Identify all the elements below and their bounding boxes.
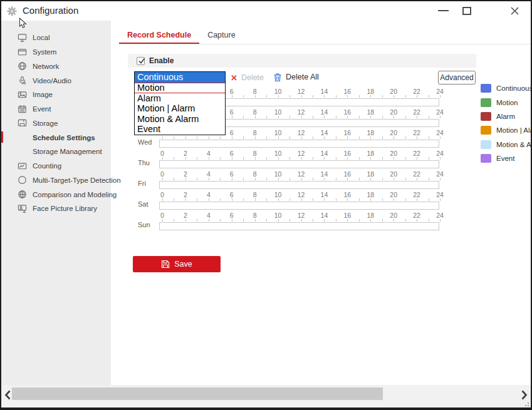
calendar-icon <box>18 105 28 114</box>
timeline-bar[interactable] <box>159 181 439 189</box>
close-button[interactable] <box>504 1 525 20</box>
sidebar-item-label: Video/Audio <box>33 77 71 85</box>
counting-chart-icon <box>18 161 28 171</box>
hour-label: 6 <box>225 150 239 157</box>
dropdown-option-continuous[interactable]: Continuous <box>135 72 225 83</box>
gear-icon <box>6 6 18 17</box>
hour-label: 6 <box>225 212 239 219</box>
sidebar-item-network[interactable]: Network <box>1 59 111 74</box>
delete-x-icon: ✕ <box>231 73 237 83</box>
tab-record-schedule[interactable]: Record Schedule <box>119 28 199 44</box>
resize-grip[interactable] <box>523 400 529 406</box>
legend-swatch <box>481 126 491 135</box>
tab-divider <box>119 44 532 44</box>
hour-label: 8 <box>248 108 262 116</box>
dropdown-option-motion[interactable]: Motion <box>135 83 225 93</box>
timeline-bar[interactable] <box>159 140 439 148</box>
hour-label: 20 <box>387 212 400 219</box>
hour-label: 22 <box>410 191 424 198</box>
horizontal-scrollbar <box>1 385 531 407</box>
advanced-button[interactable]: Advanced <box>438 71 476 85</box>
timeline-bar[interactable] <box>159 222 439 230</box>
hour-label: 14 <box>317 212 331 219</box>
hour-label: 18 <box>363 170 377 178</box>
save-label: Save <box>174 260 192 269</box>
scroll-left-arrow-icon[interactable] <box>3 388 13 402</box>
trash-icon <box>273 73 282 82</box>
hour-label: 10 <box>271 170 285 178</box>
hour-label: 8 <box>248 150 262 157</box>
hour-ticks <box>162 198 441 201</box>
save-button[interactable]: Save <box>133 256 221 272</box>
sidebar-item-face-picture-library[interactable]: Face Picture Library <box>1 202 111 216</box>
sidebar-item-image[interactable]: Image <box>1 88 111 102</box>
sidebar-item-schedule-settings[interactable]: Schedule Settings <box>1 130 111 145</box>
hour-label: 20 <box>387 170 400 178</box>
delete-all-button[interactable]: Delete All <box>273 71 319 83</box>
system-window-icon <box>18 48 28 57</box>
timeline-bar[interactable] <box>159 202 439 210</box>
image-icon <box>18 90 28 100</box>
dropdown-option-motion-alarm[interactable]: Motion | Alarm <box>135 103 225 114</box>
schedule-row-thu: Thu024681012141618202224 <box>133 150 484 170</box>
enable-checkbox[interactable] <box>137 57 145 65</box>
hour-label: 20 <box>387 129 400 136</box>
scrollbar-thumb[interactable] <box>12 387 383 400</box>
sidebar-item-multi-target-type-detection[interactable]: Multi-Target-Type Detection <box>1 173 111 188</box>
hour-label: 2 <box>179 191 192 198</box>
hour-label: 8 <box>248 88 262 95</box>
hour-label: 0 <box>155 150 169 157</box>
hour-label: 18 <box>363 191 377 198</box>
timeline-bar[interactable] <box>159 160 439 168</box>
hour-label: 18 <box>363 129 377 136</box>
hour-label: 4 <box>202 191 216 198</box>
hour-label: 12 <box>295 129 308 136</box>
hour-label: 16 <box>340 88 354 95</box>
legend-item-motion: Motion <box>481 95 532 109</box>
record-type-dropdown[interactable]: ContinuousMotionAlarmMotion | AlarmMotio… <box>134 71 226 135</box>
hour-label: 24 <box>433 212 447 219</box>
hour-label: 10 <box>271 88 285 95</box>
sidebar-item-event[interactable]: Event <box>1 102 111 116</box>
hour-label: 14 <box>317 191 331 198</box>
hour-label: 14 <box>317 170 331 178</box>
hour-label: 6 <box>225 191 239 198</box>
tab-capture[interactable]: Capture <box>199 28 243 44</box>
hour-label: 24 <box>433 108 447 116</box>
dropdown-option-motion-alarm[interactable]: Motion & Alarm <box>135 114 225 125</box>
hour-label: 22 <box>410 108 424 116</box>
hour-label: 12 <box>295 88 308 95</box>
sidebar-item-storage-management[interactable]: Storage Management <box>1 145 111 159</box>
hour-label: 14 <box>317 108 331 116</box>
legend-item-continuous: Continuous <box>481 81 532 95</box>
sidebar-item-counting[interactable]: Counting <box>1 159 111 173</box>
minimize-button[interactable] <box>432 1 454 20</box>
configuration-window: Configuration LocalSystemNetworkVideo/Au… <box>0 0 532 410</box>
hour-label: 12 <box>295 212 308 219</box>
hour-label: 2 <box>179 170 192 178</box>
sidebar-item-label: System <box>33 48 56 56</box>
sidebar-item-local[interactable]: Local <box>1 31 111 45</box>
delete-button[interactable]: ✕ Delete <box>231 71 264 84</box>
legend-swatch <box>481 140 491 149</box>
hour-label: 14 <box>317 150 331 157</box>
sidebar-item-system[interactable]: System <box>1 45 111 59</box>
dropdown-option-alarm[interactable]: Alarm <box>135 93 225 104</box>
sidebar-item-storage[interactable]: Storage <box>1 116 111 131</box>
legend-label: Alarm <box>496 113 515 120</box>
sidebar-item-label: Storage Management <box>33 148 102 155</box>
sidebar-item-label: Face Picture Library <box>33 205 97 212</box>
delete-label: Delete <box>241 73 264 82</box>
delete-all-label: Delete All <box>286 73 319 81</box>
hour-label: 20 <box>387 108 400 116</box>
hour-label: 0 <box>155 191 169 198</box>
dropdown-option-event[interactable]: Event <box>135 124 225 135</box>
hour-label: 8 <box>248 191 262 198</box>
sidebar-item-comparison-and-modeling[interactable]: Comparison and Modeling <box>1 187 111 202</box>
maximize-button[interactable] <box>456 1 477 20</box>
sidebar-item-video-audio[interactable]: Video/Audio <box>1 73 111 88</box>
legend-item-motion-alarm: Motion | Alarm <box>481 123 532 137</box>
hour-label: 6 <box>225 170 239 178</box>
hour-ticks <box>162 178 441 180</box>
sidebar: LocalSystemNetworkVideo/AudioImageEventS… <box>1 21 111 385</box>
